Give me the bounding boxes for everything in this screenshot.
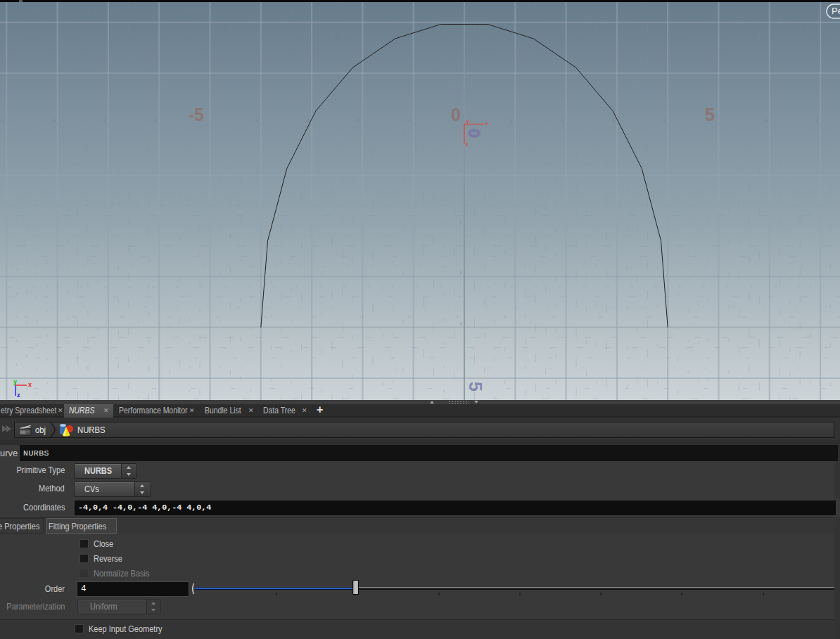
svg-text:-1: -1: [407, 118, 412, 123]
svg-text:0: 0: [451, 105, 461, 124]
svg-text:1: 1: [510, 118, 513, 123]
svg-text:6: 6: [765, 118, 768, 123]
svg-text:2: 2: [459, 219, 462, 224]
svg-text:-1: -1: [458, 67, 462, 72]
svg-text:y: y: [13, 378, 17, 385]
svg-text:z: z: [17, 392, 20, 399]
svg-text:x: x: [485, 120, 488, 127]
svg-text:2: 2: [561, 118, 564, 123]
svg-text:-7: -7: [102, 118, 106, 123]
svg-text:-4: -4: [255, 118, 259, 123]
svg-text:x: x: [28, 381, 32, 388]
svg-text:-9: -9: [0, 118, 4, 123]
svg-text:5: 5: [466, 382, 485, 392]
svg-text:-6: -6: [153, 118, 157, 123]
svg-text:3: 3: [459, 270, 462, 275]
svg-text:-5: -5: [189, 105, 204, 124]
svg-text:1: 1: [459, 169, 462, 174]
svg-text:3: 3: [612, 118, 615, 123]
svg-text:-3: -3: [305, 118, 310, 123]
svg-text:-8: -8: [51, 118, 56, 123]
svg-text:4: 4: [459, 321, 462, 326]
svg-text:4: 4: [663, 118, 666, 123]
svg-text:z: z: [466, 141, 469, 148]
svg-text:y: y: [466, 118, 469, 124]
svg-text:5: 5: [705, 105, 715, 124]
svg-text:7: 7: [815, 118, 818, 123]
svg-text:-2: -2: [356, 118, 360, 123]
svg-text:Pe: Pe: [832, 6, 840, 16]
